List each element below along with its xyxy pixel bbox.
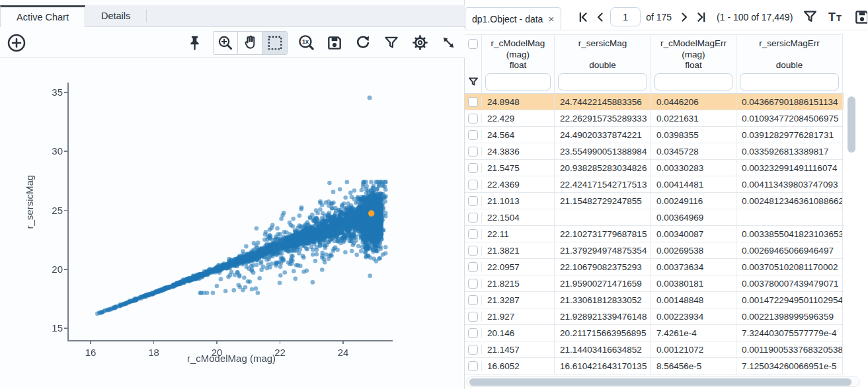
tab-details[interactable]: Details — [85, 5, 146, 26]
last-page-button[interactable] — [694, 9, 709, 25]
filter-chart-button[interactable] — [381, 33, 401, 53]
pin-chart-button[interactable] — [184, 33, 204, 53]
table-row[interactable]: 24.894824.744221458833560.04462060.04366… — [465, 94, 844, 110]
table-row[interactable]: 24.56424.490203378742210.03983550.039128… — [465, 127, 844, 143]
table-row[interactable]: 21.382121.3792949748753540.002695380.002… — [465, 242, 844, 259]
row-checkbox[interactable] — [468, 163, 478, 173]
table-row[interactable]: 16.605216.6104216431701358.56456e-57.125… — [465, 358, 844, 374]
tab-separator — [146, 9, 147, 22]
table-row[interactable]: 22.15040.00364969 — [465, 209, 844, 226]
table-cell: 0.03912829776281731 — [736, 127, 843, 143]
table-cell: 0.004113439803747093 — [736, 176, 843, 193]
y-tick-mark — [64, 92, 68, 93]
table-cell: 21.5475 — [482, 160, 555, 176]
column-header-r_cModelMag[interactable]: r_cModelMag(mag)float — [482, 35, 555, 71]
tab-details-label: Details — [101, 11, 130, 21]
row-checkbox[interactable] — [468, 213, 478, 223]
first-page-button[interactable] — [576, 9, 590, 25]
row-checkbox[interactable] — [468, 196, 478, 206]
row-checkbox[interactable] — [468, 279, 478, 289]
last-page-icon — [695, 11, 708, 24]
row-checkbox[interactable] — [468, 361, 478, 371]
table-cell: 16.610421643170135 — [555, 358, 651, 374]
table-tab[interactable]: dp1.Object - data × — [465, 7, 561, 30]
row-checkbox[interactable] — [468, 130, 478, 140]
table-row[interactable]: 20.14620.2117156639568957.4261e-47.32440… — [465, 325, 844, 341]
row-checkbox[interactable] — [468, 147, 478, 157]
table-cell: 0.0335926813389817 — [736, 143, 843, 160]
table-cell: 21.928921339476148 — [555, 308, 651, 325]
table-body: 24.894824.744221458833560.04462060.04366… — [465, 94, 844, 374]
table-cell: 22.429 — [482, 110, 555, 127]
row-checkbox[interactable] — [468, 180, 478, 190]
prev-page-button[interactable] — [593, 9, 608, 25]
row-checkbox[interactable] — [468, 246, 478, 256]
row-checkbox[interactable] — [468, 295, 478, 305]
x-tick-label: 24 — [330, 347, 356, 358]
row-checkbox[interactable] — [468, 114, 478, 124]
next-page-button[interactable] — [677, 9, 691, 25]
save-table-button[interactable] — [853, 9, 867, 26]
page-number-input[interactable] — [610, 7, 641, 26]
expand-chart-button[interactable] — [438, 33, 458, 53]
column-header-r_cModelMagErr[interactable]: r_cModelMagErr(mag)float — [651, 35, 736, 71]
horizontal-scrollbar-thumb[interactable] — [469, 378, 851, 386]
vertical-scrollbar[interactable] — [847, 94, 856, 375]
row-checkbox[interactable] — [468, 229, 478, 239]
text-view-button[interactable]: T T — [827, 9, 845, 25]
restore-chart-button[interactable] — [353, 33, 373, 53]
filter-input-r_sersicMagErr[interactable] — [740, 73, 839, 90]
table-row[interactable]: 22.1122.1027317796878150.003400870.00338… — [465, 226, 844, 242]
filter-table-button[interactable] — [802, 9, 818, 25]
table-cell: 0.0011900533768320538 — [736, 341, 843, 358]
table-row[interactable]: 21.92721.9289213394761480.002239340.0022… — [465, 308, 844, 325]
table-cell: 0.043667901886151134 — [736, 94, 843, 110]
row-checkbox[interactable] — [468, 328, 478, 338]
table-row[interactable]: 24.383623.5549900513889840.03457280.0335… — [465, 143, 844, 160]
x-tick-mark — [342, 340, 344, 344]
column-name: r_cModelMag — [482, 38, 554, 50]
save-chart-button[interactable] — [325, 33, 344, 53]
column-header-r_sersicMag[interactable]: r_sersicMagdouble — [555, 35, 651, 71]
close-icon[interactable]: × — [548, 13, 554, 24]
filter-cell-r_cModelMag — [482, 71, 555, 93]
column-unit: (mag) — [482, 50, 554, 59]
table-row[interactable]: 21.328721.330618128330520.001488480.0014… — [465, 292, 844, 308]
filter-input-r_sersicMag[interactable] — [558, 73, 647, 90]
row-checkbox[interactable] — [468, 262, 478, 272]
scatter-plot-canvas[interactable] — [68, 79, 399, 343]
row-checkbox-cell — [465, 180, 482, 190]
table-cell: 21.33061812833052 — [555, 292, 651, 308]
row-checkbox-cell — [465, 295, 482, 305]
row-checkbox[interactable] — [468, 312, 478, 322]
table-row[interactable]: 22.095722.106790823752930.003736340.0037… — [465, 259, 844, 275]
table-cell: 22.102731779687815 — [555, 226, 651, 242]
table-row[interactable]: 21.145721.144034166348520.001210720.0011… — [465, 341, 844, 358]
column-name: r_sersicMag — [555, 38, 651, 50]
table-row[interactable]: 21.101321.154827292478550.002491160.0024… — [465, 193, 844, 209]
tab-active-chart[interactable]: Active Chart — [0, 5, 85, 27]
table-row[interactable]: 21.821521.959002714716590.003801810.0037… — [465, 275, 844, 292]
horizontal-scrollbar[interactable] — [466, 376, 860, 387]
row-checkbox[interactable] — [468, 97, 478, 107]
add-chart-button[interactable] — [7, 33, 26, 53]
row-checkbox[interactable] — [468, 345, 478, 355]
table-row[interactable]: 22.436922.4241715427175130.004144810.004… — [465, 176, 844, 193]
row-checkbox-cell — [465, 345, 482, 355]
chart-settings-button[interactable] — [410, 33, 430, 53]
select-all-cell — [465, 35, 482, 71]
column-header-r_sersicMagErr[interactable]: r_sersicMagErrdouble — [736, 35, 843, 71]
filter-input-r_cModelMagErr[interactable] — [654, 73, 732, 90]
zoom-original-button[interactable]: 1x — [296, 33, 316, 53]
table-row[interactable]: 21.547520.9382852830348260.003302830.003… — [465, 160, 844, 176]
pan-tool-button[interactable] — [238, 32, 262, 54]
firefly-app: Active Chart Details — [0, 0, 868, 389]
box-select-tool-button[interactable] — [262, 32, 287, 54]
filter-input-r_cModelMag[interactable] — [485, 73, 551, 90]
vertical-scrollbar-thumb[interactable] — [848, 96, 855, 153]
zoom-tool-button[interactable] — [214, 32, 238, 54]
select-all-checkbox[interactable] — [468, 39, 478, 49]
column-type: float — [651, 59, 736, 71]
y-tick-mark — [64, 210, 68, 211]
table-row[interactable]: 22.42922.2629157352893330.02216310.01093… — [465, 110, 844, 127]
